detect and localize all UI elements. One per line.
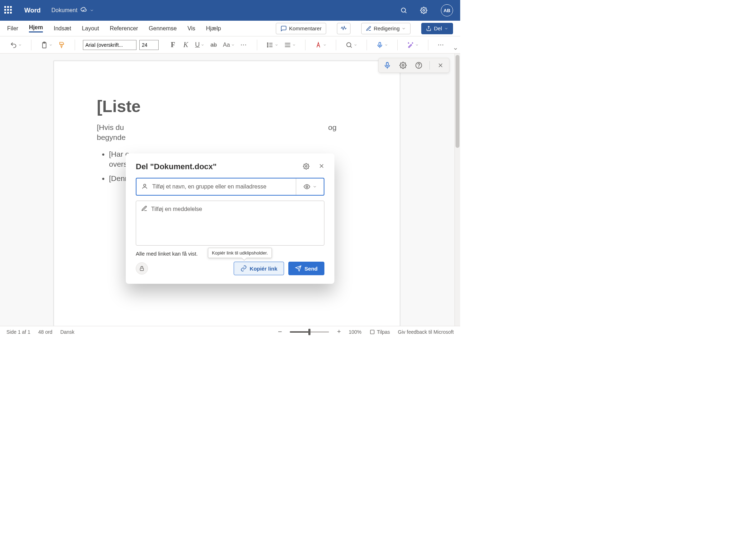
change-case-button[interactable]: Aa <box>222 40 236 50</box>
lock-icon[interactable] <box>136 262 148 275</box>
tab-gennemse[interactable]: Gennemse <box>149 25 176 32</box>
comments-label: Kommentarer <box>289 25 322 31</box>
find-button[interactable] <box>344 40 359 50</box>
share-settings-icon[interactable] <box>303 163 309 171</box>
fit-label: Tilpas <box>377 329 390 335</box>
chevron-down-icon <box>313 185 317 189</box>
svg-point-16 <box>347 42 351 47</box>
message-placeholder: Tilføj en meddelelse <box>151 206 202 212</box>
strikethrough-button[interactable]: ab <box>209 40 219 50</box>
copy-link-label: Kopiér link <box>250 266 278 272</box>
svg-point-30 <box>144 184 146 186</box>
send-icon <box>295 265 302 272</box>
svg-point-9 <box>267 42 268 44</box>
tab-filer[interactable]: Filer <box>7 25 18 32</box>
document-name: Dokument <box>51 7 78 14</box>
ribbon-tabs: Filer Hjem Indsæt Layout Referencer Genn… <box>0 21 460 36</box>
user-avatar[interactable]: AB <box>441 4 453 16</box>
word-count[interactable]: 48 ord <box>38 329 53 335</box>
share-message-field[interactable]: Tilføj en meddelelse <box>136 201 324 246</box>
svg-point-27 <box>305 165 307 167</box>
italic-button[interactable]: K <box>181 40 191 50</box>
copy-link-button[interactable]: Kopiér link <box>234 262 284 275</box>
catch-up-button[interactable] <box>337 23 350 34</box>
svg-rect-18 <box>379 42 381 45</box>
tab-vis[interactable]: Vis <box>188 25 195 32</box>
copy-link-tooltip: Kopiér link til udklipsholder. <box>208 248 272 258</box>
send-button[interactable]: Send <box>288 262 324 275</box>
share-dialog-title: Del "Dokument.docx" <box>136 162 217 171</box>
tab-referencer[interactable]: Referencer <box>110 25 138 32</box>
font-name-input[interactable] <box>83 40 136 50</box>
share-button[interactable]: Del <box>421 23 453 34</box>
svg-line-1 <box>405 12 407 13</box>
language-status[interactable]: Dansk <box>60 329 75 335</box>
fit-to-page-button[interactable]: Tilpas <box>369 329 390 335</box>
share-label: Del <box>434 25 442 31</box>
svg-line-17 <box>350 46 352 47</box>
align-button[interactable] <box>283 40 297 50</box>
document-stage: [Liste [Hvis du og begynde [Har e overs … <box>0 54 460 326</box>
svg-point-10 <box>267 44 268 45</box>
chevron-down-icon <box>90 8 94 12</box>
app-name: Word <box>24 7 41 14</box>
title-bar: Word Dokument AB <box>0 0 460 21</box>
svg-point-0 <box>401 8 406 12</box>
avatar-initials: AB <box>444 8 451 13</box>
link-icon <box>240 265 247 272</box>
editing-label: Redigering <box>374 25 400 31</box>
collapse-ribbon-button[interactable] <box>453 46 458 52</box>
settings-icon[interactable] <box>417 4 430 17</box>
feedback-link[interactable]: Giv feedback til Microsoft <box>398 329 454 335</box>
search-icon[interactable] <box>397 4 410 17</box>
bold-button[interactable]: F <box>168 40 178 50</box>
person-icon <box>141 183 148 191</box>
svg-point-11 <box>267 46 268 47</box>
svg-point-31 <box>306 186 308 188</box>
compose-icon <box>141 205 148 213</box>
zoom-in-button[interactable]: + <box>337 328 341 336</box>
document-name-group[interactable]: Dokument <box>51 6 94 14</box>
dictate-button[interactable] <box>375 40 389 50</box>
font-color-button[interactable] <box>313 40 328 50</box>
tab-hjaelp[interactable]: Hjælp <box>206 25 221 32</box>
recipient-input[interactable] <box>151 183 291 190</box>
share-close-icon[interactable] <box>319 163 324 171</box>
zoom-level[interactable]: 100% <box>349 329 362 335</box>
app-launcher-icon[interactable] <box>4 5 14 15</box>
editing-mode-button[interactable]: Redigering <box>361 23 411 34</box>
tab-hjem[interactable]: Hjem <box>29 24 43 32</box>
svg-rect-35 <box>370 330 374 334</box>
svg-point-2 <box>423 10 425 11</box>
designer-button[interactable] <box>406 40 420 50</box>
underline-button[interactable]: U <box>194 40 206 50</box>
zoom-out-button[interactable]: − <box>278 328 282 336</box>
ribbon-toolbar: F K U ab Aa ··· <box>0 36 460 54</box>
more-font-options-button[interactable]: ··· <box>239 40 249 50</box>
undo-button[interactable] <box>9 40 23 50</box>
page-status[interactable]: Side 1 af 1 <box>6 329 30 335</box>
share-dialog: Del "Dokument.docx" <box>126 153 334 284</box>
status-bar: Side 1 af 1 48 ord Dansk − + 100% Tilpas… <box>0 326 460 337</box>
font-size-input[interactable] <box>139 40 159 50</box>
share-recipient-field <box>136 178 324 196</box>
zoom-slider[interactable] <box>290 331 329 333</box>
comments-button[interactable]: Kommentarer <box>276 23 326 34</box>
format-painter-button[interactable] <box>57 40 67 50</box>
more-commands-button[interactable]: ··· <box>436 40 446 50</box>
tab-layout[interactable]: Layout <box>82 25 99 32</box>
send-label: Send <box>304 266 318 272</box>
saved-to-cloud-icon <box>80 6 87 14</box>
tab-indsaet[interactable]: Indsæt <box>54 25 71 32</box>
change-case-label: Aa <box>223 42 230 48</box>
zoom-slider-knob[interactable] <box>308 329 310 335</box>
svg-rect-32 <box>140 268 143 271</box>
paste-button[interactable] <box>39 40 54 50</box>
eye-icon <box>303 183 310 190</box>
bullet-list-button[interactable] <box>265 40 280 50</box>
permission-dropdown[interactable] <box>296 178 324 195</box>
